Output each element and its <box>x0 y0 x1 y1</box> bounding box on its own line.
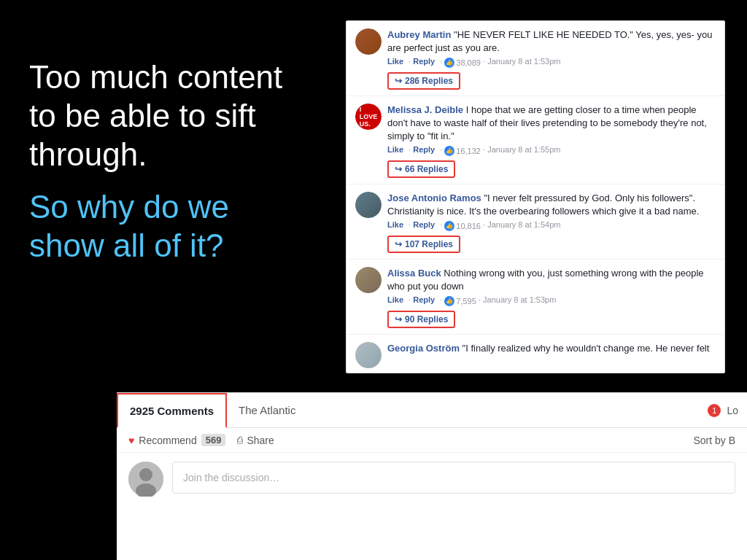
comment-time: January 8 at 1:55pm <box>487 145 560 154</box>
comment-body: Jose Antonio Ramos "I never felt pressur… <box>387 192 716 254</box>
replies-button[interactable]: ↪ 90 Replies <box>387 311 455 328</box>
main-heading: Too much content to be able to sift thro… <box>29 58 306 174</box>
like-link[interactable]: Like <box>387 145 403 154</box>
comment-author: Alissa Buck <box>387 268 441 279</box>
comment-time: January 8 at 1:54pm <box>487 220 560 229</box>
comment-item: Jose Antonio Ramos "I never felt pressur… <box>347 184 724 260</box>
comment-text: Melissa J. Deible I hope that we are get… <box>387 104 716 144</box>
like-number: 7,595 <box>456 297 476 306</box>
login-label[interactable]: Lo <box>727 405 738 416</box>
disqus-panel: 2925 Comments The Atlantic 1 Lo ♥ Recomm… <box>117 392 747 560</box>
comment-time: January 8 at 1:53pm <box>487 57 560 66</box>
reply-arrow-icon: ↪ <box>395 239 402 249</box>
disqus-tabs: 2925 Comments The Atlantic 1 Lo <box>117 393 747 428</box>
replies-label: 107 Replies <box>405 239 453 249</box>
comment-meta: Like · Reply · 👍 38,089 · January 8 at 1… <box>387 57 716 68</box>
like-count: 👍 10,816 <box>444 221 481 231</box>
like-icon: 👍 <box>444 146 454 156</box>
replies-label: 66 Replies <box>405 164 448 174</box>
tab-atlantic-label: The Atlantic <box>239 404 295 416</box>
disqus-tab-right: 1 Lo <box>708 393 747 427</box>
avatar <box>355 342 382 368</box>
comment-item: ILOVEUS. Melissa J. Deible I hope that w… <box>347 96 724 184</box>
comment-text: Georgia Oström "I finally realized why h… <box>387 342 716 355</box>
recommend-button[interactable]: ♥ Recommend 569 <box>128 434 225 446</box>
comment-input-area: Join the discussion… <box>117 453 747 505</box>
share-label: Share <box>247 435 274 446</box>
replies-label: 90 Replies <box>405 314 448 324</box>
comment-body: Melissa J. Deible I hope that we are get… <box>387 104 716 179</box>
comment-meta: Like · Reply · 👍 7,595 · January 8 at 1:… <box>387 295 716 306</box>
reply-arrow-icon: ↪ <box>395 314 402 324</box>
comment-author: Georgia Oström <box>387 343 460 354</box>
replies-label: 286 Replies <box>405 76 453 86</box>
replies-button[interactable]: ↪ 286 Replies <box>387 72 460 90</box>
disqus-actions: ♥ Recommend 569 ⎙ Share Sort by B <box>117 428 747 453</box>
comment-author: Melissa J. Deible <box>387 104 463 115</box>
comment-item: Georgia Oström "I finally realized why h… <box>347 335 724 373</box>
comment-content: "I finally realized why he wouldn't chan… <box>462 343 710 354</box>
reply-link[interactable]: Reply <box>413 57 435 66</box>
comment-text: Jose Antonio Ramos "I never felt pressur… <box>387 192 716 218</box>
like-count: 👍 7,595 <box>444 296 476 306</box>
recommend-label: Recommend <box>139 435 196 446</box>
reply-arrow-icon: ↪ <box>395 164 402 174</box>
comment-item: Alissa Buck Nothing wrong with you, just… <box>347 260 724 335</box>
like-count: 👍 38,089 <box>444 58 481 68</box>
recommend-count: 569 <box>201 434 226 446</box>
avatar <box>355 192 382 218</box>
comment-text: Aubrey Martin "HE NEVER FELT LIKE HE NEE… <box>387 28 716 55</box>
comment-meta: Like · Reply · 👍 16,132 · January 8 at 1… <box>387 145 716 156</box>
avatar-silhouette-icon <box>128 462 163 497</box>
tab-comments[interactable]: 2925 Comments <box>117 393 227 428</box>
comment-item: Aubrey Martin "HE NEVER FELT LIKE HE NEE… <box>347 21 724 96</box>
replies-button[interactable]: ↪ 66 Replies <box>387 160 455 178</box>
reply-link[interactable]: Reply <box>413 145 435 154</box>
like-link[interactable]: Like <box>387 220 403 229</box>
comment-author: Jose Antonio Ramos <box>387 192 481 203</box>
notification-badge[interactable]: 1 <box>708 404 721 417</box>
like-number: 10,816 <box>456 222 481 230</box>
like-icon: 👍 <box>444 221 454 231</box>
like-number: 38,089 <box>456 58 481 67</box>
facebook-comments-panel: Aubrey Martin "HE NEVER FELT LIKE HE NEE… <box>346 20 725 373</box>
replies-button[interactable]: ↪ 107 Replies <box>387 236 460 253</box>
like-count: 👍 16,132 <box>444 146 481 156</box>
heart-icon: ♥ <box>128 435 134 446</box>
like-number: 16,132 <box>456 147 481 155</box>
comment-body: Aubrey Martin "HE NEVER FELT LIKE HE NEE… <box>387 28 716 91</box>
like-icon: 👍 <box>444 296 454 306</box>
comment-meta: Like · Reply · 👍 10,816 · January 8 at 1… <box>387 220 716 231</box>
comment-body: Alissa Buck Nothing wrong with you, just… <box>387 267 716 330</box>
share-icon: ⎙ <box>237 435 243 446</box>
avatar <box>355 28 382 55</box>
left-panel: Too much content to be able to sift thro… <box>29 58 306 265</box>
comment-text: Alissa Buck Nothing wrong with you, just… <box>387 267 716 293</box>
reply-link[interactable]: Reply <box>413 295 435 304</box>
comment-author: Aubrey Martin <box>387 29 451 40</box>
comment-placeholder: Join the discussion… <box>183 472 279 483</box>
sort-label: Sort by B <box>693 435 735 446</box>
svg-point-1 <box>139 468 152 481</box>
comment-time: January 8 at 1:53pm <box>483 295 556 304</box>
notif-count: 1 <box>712 406 716 415</box>
highlight-heading: So why do we show all of it? <box>29 188 306 265</box>
tab-atlantic[interactable]: The Atlantic <box>227 393 307 427</box>
like-link[interactable]: Like <box>387 57 403 66</box>
avatar <box>355 267 382 293</box>
reply-link[interactable]: Reply <box>413 220 435 229</box>
sort-button[interactable]: Sort by B <box>693 435 735 446</box>
tab-comments-label: 2925 Comments <box>130 405 214 417</box>
comment-body: Georgia Oström "I finally realized why h… <box>387 342 716 368</box>
avatar: ILOVEUS. <box>355 104 382 130</box>
user-avatar <box>128 462 163 497</box>
comment-input[interactable]: Join the discussion… <box>172 462 735 494</box>
like-link[interactable]: Like <box>387 295 403 304</box>
reply-arrow-icon: ↪ <box>395 76 402 86</box>
like-icon: 👍 <box>444 58 454 68</box>
share-button[interactable]: ⎙ Share <box>237 435 274 446</box>
